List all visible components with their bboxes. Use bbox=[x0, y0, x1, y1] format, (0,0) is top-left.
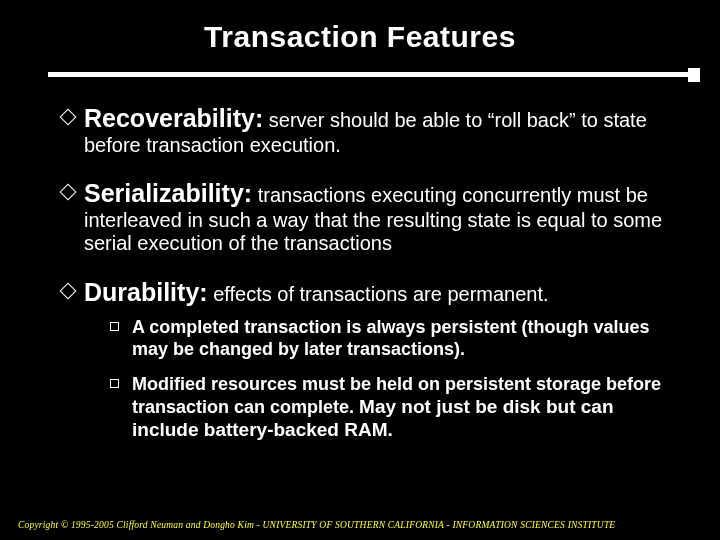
diamond-bullet-icon bbox=[60, 109, 77, 126]
sub-item: Modified resources must be held on persi… bbox=[110, 374, 672, 441]
bullet-desc: effects of transactions are permanent. bbox=[208, 283, 549, 305]
slide-title: Transaction Features bbox=[0, 0, 720, 68]
bullet-text: Serializability: transactions executing … bbox=[84, 179, 672, 256]
sub-item: A completed transaction is always persis… bbox=[110, 317, 672, 360]
bullet-item-recoverability: Recoverability: server should be able to… bbox=[62, 104, 672, 157]
divider-cap bbox=[688, 68, 700, 82]
content-area: Recoverability: server should be able to… bbox=[0, 82, 720, 442]
bullet-term: Durability: bbox=[84, 278, 208, 306]
square-bullet-icon bbox=[110, 322, 119, 331]
diamond-bullet-icon bbox=[60, 282, 77, 299]
sub-list: A completed transaction is always persis… bbox=[84, 317, 672, 441]
bullet-text: Durability: effects of transactions are … bbox=[84, 278, 672, 308]
copyright-footer: Copyright © 1995-2005 Clifford Neuman an… bbox=[18, 520, 615, 530]
slide: Transaction Features Recoverability: ser… bbox=[0, 0, 720, 540]
bullet-item-durability: Durability: effects of transactions are … bbox=[62, 278, 672, 442]
bullet-term: Recoverability: bbox=[84, 104, 263, 132]
bullet-text: Recoverability: server should be able to… bbox=[84, 104, 672, 157]
bullet-item-serializability: Serializability: transactions executing … bbox=[62, 179, 672, 256]
divider-line bbox=[48, 72, 700, 77]
square-bullet-icon bbox=[110, 379, 119, 388]
diamond-bullet-icon bbox=[60, 184, 77, 201]
divider bbox=[0, 68, 720, 82]
sub-text: A completed transaction is always persis… bbox=[132, 317, 649, 359]
bullet-term: Serializability: bbox=[84, 179, 252, 207]
